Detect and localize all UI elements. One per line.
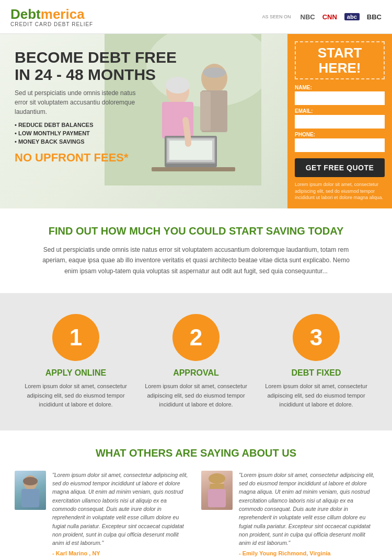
hero-title-line2: IN 24 - 48 MONTHS: [15, 66, 156, 83]
step-1-desc: Lorem ipsum dolor sit amet, consectetur …: [24, 382, 128, 410]
nbc-logo: NBC: [301, 13, 315, 21]
logo-merica: merica: [41, 6, 85, 22]
testimonials-section: WHAT OTHERS ARE SAYING ABOUT US "Lorem i…: [0, 430, 392, 559]
testimonial-2-content: "Lorem ipsum dolor sit amet, consectetur…: [239, 471, 377, 556]
bbc-logo: BBC: [367, 13, 382, 21]
hero-no-fees: NO UPFRONT FEES*: [15, 151, 277, 165]
svg-point-18: [209, 473, 225, 484]
logo: Debtmerica CREDIT CARD DEBT RELIEF: [10, 6, 93, 27]
hero-title: BECOME DEBT FREE IN 24 - 48 MONTHS: [15, 49, 277, 83]
steps-section: 1 APPLY ONLINE Lorem ipsum dolor sit ame…: [0, 293, 392, 430]
testimonial-2: "Lorem ipsum dolor sit amet, consectetur…: [201, 471, 377, 556]
testimonial-1-quote: "Lorem ipsum dolor sit amet, consectetur…: [52, 471, 191, 547]
header: Debtmerica CREDIT CARD DEBT RELIEF AS SE…: [0, 0, 392, 34]
avatar-female-icon: [201, 471, 233, 510]
testimonial-2-avatar: [201, 471, 233, 510]
logo-debt: Debt: [10, 6, 41, 22]
form-title: START HERE!: [295, 41, 385, 79]
testimonials-grid: "Lorem ipsum dolor sit amet, consectetur…: [15, 471, 377, 556]
hero-bullet-3: MONEY BACK SAVINGS: [15, 138, 277, 145]
step-1: 1 APPLY ONLINE Lorem ipsum dolor sit ame…: [24, 314, 128, 410]
step-3: 3 DEBT FIXED Lorem ipsum dolor sit amet,…: [264, 314, 368, 410]
cnn-logo: CNN: [322, 13, 337, 21]
hero-title-line1: BECOME DEBT FREE: [15, 49, 177, 66]
testimonial-2-author: - Emily Young Richmond, Virginia: [239, 550, 377, 556]
media-logos: AS SEEN ON NBC CNN abc BBC: [262, 13, 382, 21]
phone-label: PHONE:: [295, 132, 385, 137]
avatar-male-icon: [15, 471, 46, 510]
step-2-title: APPROVAL: [144, 368, 248, 378]
step-1-title: APPLY ONLINE: [24, 368, 128, 378]
logo-tagline: CREDIT CARD DEBT RELIEF: [10, 21, 93, 27]
name-label: NAME:: [295, 85, 385, 90]
step-2-desc: Lorem ipsum dolor sit amet, consectetur …: [144, 382, 248, 410]
testimonials-title: WHAT OTHERS ARE SAYING ABOUT US: [15, 447, 377, 459]
testimonial-1-avatar: [15, 471, 46, 510]
savings-title: FIND OUT HOW MUCH YOU COULD START SAVING…: [21, 225, 371, 237]
step-1-circle: 1: [52, 314, 99, 361]
name-input[interactable]: [295, 91, 385, 105]
step-2-circle: 2: [172, 314, 220, 361]
step-3-circle: 3: [293, 314, 340, 361]
step-3-title: DEBT FIXED: [264, 368, 368, 378]
testimonial-2-quote: "Lorem ipsum dolor sit amet, consectetur…: [239, 471, 377, 547]
testimonial-1-author: - Karl Marino , NY: [52, 550, 191, 556]
email-label: EMAIL:: [295, 108, 385, 114]
phone-input[interactable]: [295, 138, 385, 152]
svg-rect-16: [21, 489, 39, 507]
hero-bullet-1: REDUCE DEBT BALANCES: [15, 122, 277, 128]
testimonial-1: "Lorem ipsum dolor sit amet, consectetur…: [15, 471, 191, 556]
testimonial-1-content: "Lorem ipsum dolor sit amet, consectetur…: [52, 471, 191, 556]
get-quote-button[interactable]: Get Free Quote: [295, 158, 385, 177]
hero-bullet-2: LOW MONTHLY PAYMENT: [15, 130, 277, 136]
abc-logo: abc: [344, 13, 360, 20]
hero-left: BECOME DEBT FREE IN 24 - 48 MONTHS Sed u…: [0, 34, 287, 208]
hero-form-panel: START HERE! NAME: EMAIL: PHONE: Get Free…: [287, 34, 392, 208]
svg-point-15: [23, 477, 38, 485]
as-seen-label: AS SEEN ON: [262, 14, 291, 19]
savings-section: FIND OUT HOW MUCH YOU COULD START SAVING…: [0, 208, 392, 293]
step-3-desc: Lorem ipsum dolor sit amet, consectetur …: [264, 382, 368, 410]
form-disclaimer: Lorem ipsum dolor sit amet, consectetur …: [295, 181, 385, 201]
step-2: 2 APPROVAL Lorem ipsum dolor sit amet, c…: [144, 314, 248, 410]
hero-description: Sed ut perspiciatis unde omnis istede na…: [15, 88, 140, 117]
email-input[interactable]: [295, 115, 385, 129]
svg-rect-19: [208, 489, 226, 507]
savings-text: Sed ut perspiciatis unde omnis iste natu…: [39, 244, 353, 276]
hero-bullets: REDUCE DEBT BALANCES LOW MONTHLY PAYMENT…: [15, 122, 277, 145]
hero-section: BECOME DEBT FREE IN 24 - 48 MONTHS Sed u…: [0, 34, 392, 208]
